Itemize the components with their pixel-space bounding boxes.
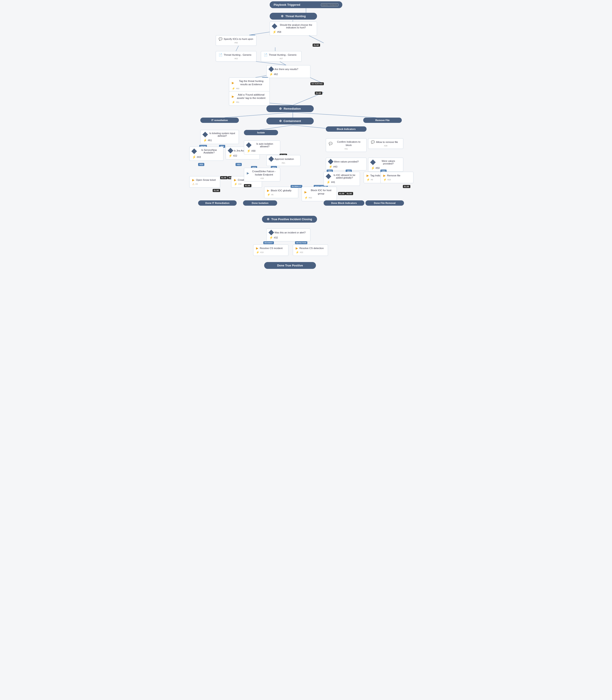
else-badge-6: ELSE: [346, 192, 353, 195]
diamond-icon-10: [370, 160, 376, 165]
chat-icon-2: 💬: [329, 142, 332, 145]
crowdstrike-id: #28: [247, 177, 277, 179]
else-badge-4: ELSE: [244, 184, 251, 187]
arrow-icon-6: ▶: [383, 174, 386, 177]
yes-badge-snow: YES: [198, 163, 204, 166]
threat-hunting-icon: ⚙: [281, 15, 283, 18]
lightning-icon-6: ⚡: [192, 155, 196, 159]
diamond-icon-8: [328, 159, 333, 164]
containment-node[interactable]: ⚙ Containment: [266, 118, 314, 124]
tag-icon: ▶: [232, 81, 234, 85]
detection-badge: DETECTION: [295, 241, 307, 244]
block-ioc-globally-node[interactable]: ▶ Block IOC globally ⚡ #6: [264, 187, 298, 198]
chat-icon-3: 💬: [371, 140, 375, 144]
add-found-node[interactable]: ▶ Add a 'Found additional assets' tag to…: [229, 91, 270, 106]
true-positive-node[interactable]: ⚙ True Positive Incident Closing: [262, 216, 317, 223]
th-generic-1-label: Threat Hunting - Generic: [224, 53, 252, 57]
else-badge-3: ELSE: [213, 189, 220, 192]
q-results-node[interactable]: Are there any results? ⚡ #62: [266, 65, 310, 78]
q-ticketing-label: Is ticketing system input defined?: [208, 132, 236, 137]
add-icon: ▶: [232, 95, 234, 98]
globally-badge: GLOBALLY: [291, 185, 302, 188]
it-remediation-node[interactable]: IT remediation: [200, 118, 239, 123]
block-hostgroup-label: Block IOC for host group: [308, 189, 334, 195]
arrow-icon-4: ▶: [304, 190, 307, 194]
remediation-label: Remediation: [283, 107, 301, 110]
confirm-indicators-node[interactable]: 💬 Confirm Indicators to block #41: [326, 138, 366, 152]
done-isolation-label: Done Isolation: [252, 202, 268, 204]
block-hostgroup-node[interactable]: ▶ Block IOC for host group ⚡ #63: [302, 187, 337, 201]
confirm-label: Confirm Indicators to block: [334, 140, 364, 147]
q-servicenow-label: Is ServiceNow Available?: [197, 149, 221, 154]
remove-file-header-node[interactable]: Remove File: [363, 118, 402, 123]
resolve-incident-id: #19: [260, 251, 264, 253]
incident-badge: INCIDENT: [263, 241, 274, 244]
approve-isolation-node[interactable]: Approve isolation #6A: [266, 155, 301, 166]
q-values-1-node[interactable]: Were values provided? ⚡ #43: [326, 157, 366, 170]
playbook-triggered-node[interactable]: Playbook Triggered Inputs / Outputs: [270, 1, 342, 8]
remediation-icon: ⚙: [279, 107, 282, 110]
diamond-icon-2: [268, 66, 274, 72]
threat-hunting-node[interactable]: ⚙ Threat Hunting: [270, 13, 317, 19]
allow-remove-id: #28: [371, 145, 401, 147]
allow-remove-node[interactable]: 💬 Allow to remove file #28: [368, 138, 403, 149]
svg-line-16: [260, 125, 293, 130]
diamond-icon-6: [246, 142, 251, 148]
q-servicenow-node[interactable]: Is ServiceNow Available? ⚡ #43: [189, 147, 223, 161]
arrow-icon-2: ▶: [234, 178, 236, 182]
block-hostgroup-id: #63: [309, 197, 312, 199]
cs-icon: ▶: [247, 171, 249, 175]
tag-threat-label: Tag the threat hunting results as Eviden…: [236, 80, 267, 86]
arrow-icon-7: ▶: [256, 246, 259, 250]
svg-line-15: [293, 112, 376, 118]
th-generic-2-node[interactable]: 📄 Threat Hunting - Generic #57: [261, 51, 302, 61]
open-snow-node[interactable]: ▶ Open Snow ticket ⚠ #3: [189, 176, 220, 188]
q-values-2-label: Were values provided?: [376, 160, 401, 165]
else-badge-7: ELSE: [403, 185, 411, 188]
th-generic-1-node[interactable]: 📄 Threat Hunting - Generic #63: [216, 51, 256, 61]
specify-iocs-node[interactable]: 💬 Specify IOCs to hunt upon #56: [216, 35, 256, 46]
q-ioc-allowed-node[interactable]: Is IOC allowed to be added globally? ⚡ #…: [324, 172, 360, 186]
q-auto-isolation-node[interactable]: Is auto isolation allowed? ⚡ #30: [244, 140, 280, 154]
diamond-icon-7: [268, 156, 274, 162]
tag-threat-node[interactable]: ▶ Tag the threat hunting results as Evid…: [229, 78, 270, 92]
remediation-node[interactable]: ⚙ Remediation: [266, 105, 314, 112]
q-ioc-id: #41: [331, 181, 335, 183]
done-it-node[interactable]: Done IT Remediation: [198, 201, 237, 206]
q-incident-alert-node[interactable]: Was this an incident or alert? ⚡ #32: [266, 229, 310, 241]
open-snow-label: Open Snow ticket: [196, 178, 216, 182]
diamond-icon-5: [228, 148, 233, 153]
it-remediation-label: IT remediation: [211, 119, 228, 122]
q-auto-id: #30: [251, 150, 255, 152]
done-isolation-node[interactable]: Done Isolation: [243, 201, 277, 206]
resolve-incident-node[interactable]: ▶ Resolve CS incident ⚡ #19: [253, 244, 288, 256]
q-ticketing-node[interactable]: Is ticketing system input defined? ⚡ #61: [200, 130, 239, 144]
done-true-positive-node[interactable]: Done True Positive: [264, 262, 316, 269]
q-analyst-choose[interactable]: Should the analyst choose the indicators…: [270, 22, 317, 36]
done-tp-label: Done True Positive: [277, 264, 303, 267]
else-badge-2: ELSE: [315, 92, 322, 95]
tp-label: True Positive Incident Closing: [271, 218, 312, 221]
isolate-node[interactable]: Isolate: [244, 130, 278, 135]
no-hunting-badge: NO HUNTING: [310, 82, 324, 85]
done-block-node[interactable]: Done Block Indicators: [324, 201, 364, 206]
diamond-icon: [272, 23, 277, 29]
remove-file-node[interactable]: ▶ Remove file ⚡ #23: [380, 172, 414, 183]
remove-file-id: #23: [388, 179, 391, 181]
q-incident-label: Was this an incident or alert?: [275, 231, 306, 234]
resolve-detection-id: #22: [300, 251, 303, 253]
block-indicators-node[interactable]: Block Indicators: [326, 126, 366, 132]
else-badge-1: ELSE: [312, 44, 320, 47]
specify-iocs-label: Specify IOCs to hunt upon: [224, 38, 253, 41]
resolve-detection-node[interactable]: ▶ Resolve CS detection ⚡ #22: [293, 244, 328, 256]
crowdstrike-isolate-node[interactable]: ▶ CrowdStrike Falcon - Isolate Endpoint …: [244, 168, 280, 181]
done-file-node[interactable]: Done File Removal: [365, 201, 404, 206]
warning-icon: ⚠: [192, 182, 195, 186]
lightning-icon-13: ⚡: [326, 180, 330, 184]
diamond-icon-4: [191, 148, 197, 154]
confirm-id: #41: [329, 148, 364, 150]
resolve-incident-label: Resolve CS incident: [260, 247, 283, 250]
tp-icon: ⚙: [267, 218, 269, 221]
arrow-icon-3: ▶: [267, 189, 269, 192]
q-results-label: Are there any results?: [275, 68, 298, 70]
